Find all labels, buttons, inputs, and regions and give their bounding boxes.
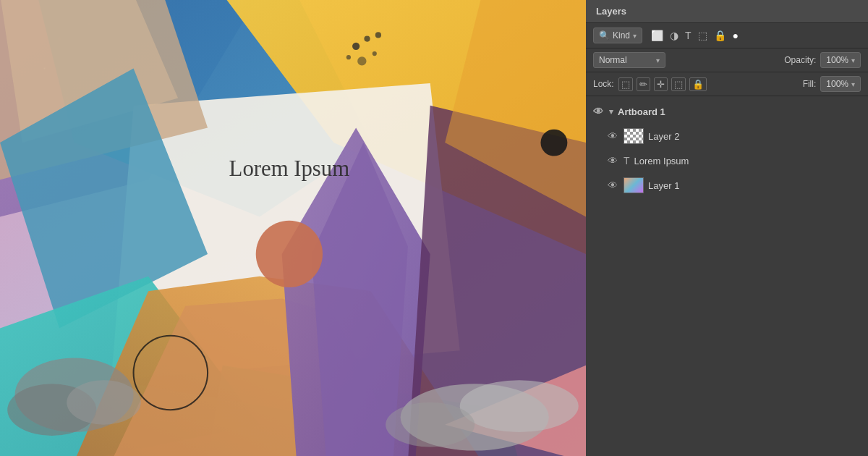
fill-input[interactable]: 100% ▾ (820, 76, 861, 92)
blend-mode-value: Normal (599, 55, 627, 65)
adjustment-filter-icon[interactable]: ◑ (668, 28, 680, 43)
kind-filter-toolbar: 🔍 Kind ▾ ⬜ ◑ T ⬚ 🔒 ● (586, 23, 868, 48)
layer-thumb-layer1 (624, 177, 644, 193)
fill-chevron-icon: ▾ (851, 80, 855, 88)
svg-point-28 (256, 221, 323, 287)
color-filter-icon[interactable]: ● (731, 28, 740, 43)
layer-thumb-layer2 (624, 128, 644, 144)
layer-item-artboard1[interactable]: 👁 ▾ Artboard 1 (586, 99, 868, 124)
layer-name-artboard1: Artboard 1 (618, 106, 861, 117)
svg-point-12 (357, 56, 366, 65)
opacity-input[interactable]: 100% ▾ (820, 52, 861, 68)
panel-title: Layers (586, 0, 868, 23)
filter-icons-group: ⬜ ◑ T ⬚ 🔒 ● (650, 28, 740, 43)
kind-label: Kind (613, 30, 630, 41)
blend-opacity-row: Normal ▾ Opacity: 100% ▾ (586, 48, 868, 72)
layer-name-lorem-ipsum: Lorem Ipsum (634, 156, 861, 166)
svg-point-31 (67, 380, 141, 425)
svg-point-34 (386, 402, 475, 447)
layer-item-layer2[interactable]: 👁 Layer 2 (586, 124, 868, 148)
svg-point-8 (352, 43, 359, 50)
lock-icons-group: ⬚ ✏ ✛ ⬚ 🔒 (618, 77, 707, 91)
lock-fill-row: Lock: ⬚ ✏ ✛ ⬚ 🔒 Fill: 100% ▾ (586, 72, 868, 96)
visibility-icon-lorem-ipsum[interactable]: 👁 (608, 155, 619, 166)
canvas-area: Lorem Ipsum (0, 0, 586, 456)
visibility-icon-layer2[interactable]: 👁 (608, 130, 619, 142)
search-icon: 🔍 (599, 30, 610, 41)
visibility-icon-layer1[interactable]: 👁 (608, 180, 619, 191)
lock-position-icon[interactable]: ✛ (654, 77, 668, 91)
blend-mode-dropdown[interactable]: Normal ▾ (593, 52, 665, 68)
pixel-filter-icon[interactable]: ⬜ (650, 28, 665, 43)
lock-all-icon[interactable]: 🔒 (689, 77, 707, 91)
svg-point-9 (364, 35, 370, 41)
svg-point-11 (346, 55, 351, 59)
opacity-value-text: 100% (826, 55, 848, 65)
svg-point-36 (540, 130, 567, 156)
kind-chevron-icon: ▾ (633, 32, 637, 40)
visibility-icon-artboard1[interactable]: 👁 (593, 106, 605, 117)
svg-text:Lorem Ipsum: Lorem Ipsum (229, 156, 350, 181)
shape-filter-icon[interactable]: ⬚ (697, 28, 709, 43)
layer-name-layer2: Layer 2 (648, 131, 861, 142)
canvas-content: Lorem Ipsum (0, 0, 586, 456)
canvas-artwork: Lorem Ipsum (0, 0, 586, 456)
layer-item-layer1[interactable]: 👁 Layer 1 (586, 173, 868, 198)
smartobj-filter-icon[interactable]: 🔒 (712, 28, 728, 43)
opacity-label: Opacity: (784, 55, 816, 65)
lock-pixels-icon[interactable]: ✏ (637, 77, 650, 91)
layers-list: 👁 ▾ Artboard 1 👁 Layer 2 👁 T Lorem Ipsum… (586, 96, 868, 456)
text-layer-icon: T (624, 155, 630, 166)
layers-panel: Layers 🔍 Kind ▾ ⬜ ◑ T ⬚ 🔒 ● Normal ▾ Opa… (586, 0, 868, 456)
lock-transparent-icon[interactable]: ⬚ (618, 77, 633, 91)
layer-name-layer1: Layer 1 (648, 180, 861, 191)
fill-value-text: 100% (826, 79, 848, 89)
kind-dropdown[interactable]: 🔍 Kind ▾ (593, 28, 642, 43)
panel-title-text: Layers (596, 6, 626, 17)
lock-label: Lock: (593, 79, 614, 89)
svg-point-33 (460, 380, 579, 432)
svg-point-13 (375, 32, 381, 38)
lock-artboard-icon[interactable]: ⬚ (671, 77, 686, 91)
layer-item-lorem-ipsum[interactable]: 👁 T Lorem Ipsum (586, 148, 868, 173)
blend-chevron-icon: ▾ (656, 56, 660, 64)
opacity-chevron-icon: ▾ (851, 56, 855, 64)
fill-label: Fill: (803, 79, 817, 89)
collapse-arrow-artboard1[interactable]: ▾ (609, 107, 613, 117)
type-filter-icon[interactable]: T (684, 28, 693, 43)
svg-point-10 (373, 51, 377, 56)
